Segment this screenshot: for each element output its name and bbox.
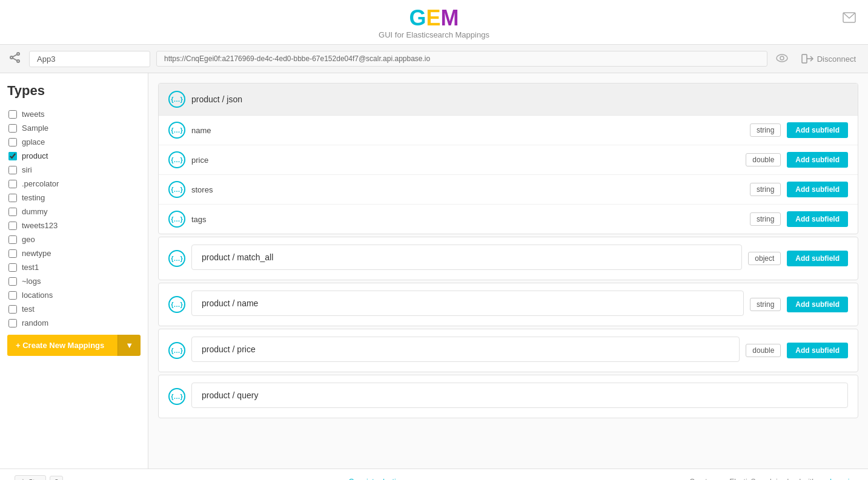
type-label-product: product: [22, 151, 48, 160]
field-row-stores: {…} stores string Add subfield: [159, 175, 858, 205]
type-label-geo: geo: [22, 235, 35, 244]
type-checkbox-random[interactable]: [8, 319, 17, 327]
type-checkbox-tweets123[interactable]: [8, 222, 17, 230]
add-subfield-stores-button[interactable]: Add subfield: [787, 182, 848, 197]
mail-icon[interactable]: [843, 12, 856, 25]
type-badge-match-all: object: [748, 252, 781, 265]
header-subtitle: GUI for Elasticsearch Mappings: [0, 30, 868, 39]
type-checkbox-dummy[interactable]: [8, 208, 17, 216]
type-checkbox-test[interactable]: [8, 305, 17, 314]
type-item-tweets123: tweets123: [7, 219, 141, 232]
mapping-icon-product-query[interactable]: {…}: [168, 388, 185, 405]
add-subfield-name-button[interactable]: Add subfield: [787, 122, 848, 138]
svg-line-4: [13, 58, 17, 61]
type-checkbox-geo[interactable]: [8, 235, 17, 244]
field-icon-name[interactable]: {…}: [168, 122, 185, 139]
disconnect-label: Disconnect: [817, 54, 856, 64]
footer-center: Gem introduction: [349, 478, 404, 481]
mapping-header-product-json: {…} product / json: [159, 84, 858, 115]
type-label-sample: Sample: [22, 123, 48, 133]
field-row-name: {…} name string Add subfield: [159, 116, 858, 145]
footer: ★ Star 8 Gem introduction Create your El…: [0, 468, 868, 480]
field-icon-price[interactable]: {…}: [168, 151, 185, 168]
field-type-name: string: [750, 123, 781, 137]
share-icon[interactable]: [7, 50, 23, 68]
app-header: GEM GUI for Elasticsearch Mappings: [0, 0, 868, 45]
star-icon: ★: [20, 478, 26, 480]
svg-line-5: [13, 54, 17, 57]
type-item-testing: testing: [7, 191, 141, 205]
type-item-test1: test1: [7, 260, 141, 274]
gem-intro-link[interactable]: Gem introduction: [349, 478, 404, 481]
svg-point-6: [777, 54, 787, 62]
star-label: Star: [28, 478, 41, 481]
add-subfield-product-name-button[interactable]: Add subfield: [787, 297, 848, 312]
standalone-title-product-price: product / price: [191, 337, 740, 362]
appbase-link[interactable]: appbase.io: [818, 478, 853, 481]
field-name-stores: stores: [191, 185, 744, 194]
svg-point-7: [780, 56, 784, 60]
eye-icon[interactable]: [774, 50, 790, 68]
mapping-icon-product-name[interactable]: {…}: [168, 296, 185, 313]
type-checkbox-logs[interactable]: [8, 277, 17, 286]
standalone-row-product-price: {…} product / price double Add subfield: [158, 329, 858, 372]
mapping-icon-product-price[interactable]: {…}: [168, 342, 185, 359]
star-button[interactable]: ★ Star: [15, 475, 46, 480]
sidebar-title: Types: [7, 83, 141, 99]
standalone-row-product-name: {…} product / name string Add subfield: [158, 283, 858, 326]
footer-right: Create your ElasticSearch in cloud with …: [689, 478, 853, 481]
type-item-test: test: [7, 302, 141, 316]
type-item-tweets: tweets: [7, 107, 141, 121]
field-name-name: name: [191, 126, 744, 135]
mapping-fields-product-json: {…} name string Add subfield {…} price d…: [159, 115, 858, 234]
connection-url: https://CnqEgei0f:a2176969-de4c-4ed0-bbb…: [156, 51, 767, 67]
standalone-title-product-name: product / name: [191, 291, 744, 316]
type-checkbox-sample[interactable]: [8, 124, 17, 133]
type-item-logs: ~logs: [7, 274, 141, 288]
type-checkbox-siri[interactable]: [8, 166, 17, 174]
type-checkbox-tweets[interactable]: [8, 110, 17, 119]
mapping-icon-match-all[interactable]: {…}: [168, 250, 185, 267]
type-item-siri: siri: [7, 163, 141, 177]
add-subfield-price-button[interactable]: Add subfield: [787, 152, 848, 168]
logo-g: G: [409, 5, 426, 30]
create-btn-dropdown-icon[interactable]: ▼: [118, 335, 141, 356]
type-checkbox-gplace[interactable]: [8, 138, 17, 146]
mapping-title-product-json: product / json: [191, 94, 848, 104]
type-item-locations: locations: [7, 288, 141, 302]
create-new-mappings-button[interactable]: + Create New Mappings ▼: [7, 335, 141, 356]
mapping-icon-product-json[interactable]: {…}: [168, 91, 185, 108]
type-item-random: random: [7, 316, 141, 330]
field-name-price: price: [191, 156, 740, 165]
type-checkbox-test1[interactable]: [8, 263, 17, 272]
standalone-title-product-query: product / query: [191, 383, 848, 408]
standalone-title-match-all: product / match_all: [191, 245, 742, 270]
type-checkbox-product[interactable]: [8, 152, 17, 160]
footer-right-text: Create your ElasticSearch in cloud with: [689, 478, 818, 481]
star-count: 8: [50, 476, 63, 481]
field-icon-tags[interactable]: {…}: [168, 211, 185, 228]
field-icon-stores[interactable]: {…}: [168, 181, 185, 198]
type-badge-product-name: string: [750, 298, 781, 311]
type-label-logs: ~logs: [22, 277, 41, 286]
type-item-sample: Sample: [7, 121, 141, 135]
type-label-siri: siri: [22, 165, 32, 174]
type-label-tweets123: tweets123: [22, 221, 58, 230]
disconnect-button[interactable]: Disconnect: [797, 51, 861, 67]
type-checkbox-locations[interactable]: [8, 291, 17, 300]
app-name-field: App3: [29, 51, 150, 67]
type-label-test1: test1: [22, 263, 39, 272]
add-subfield-match-all-button[interactable]: Add subfield: [787, 251, 848, 266]
mapping-section-product-json: {…} product / json {…} name string Add s…: [158, 83, 858, 234]
type-checkbox-testing[interactable]: [8, 194, 17, 202]
field-type-tags: string: [750, 212, 781, 226]
type-checkbox-newtype[interactable]: [8, 249, 17, 258]
footer-star-section: ★ Star 8: [15, 475, 63, 480]
app-logo: GEM: [0, 7, 868, 29]
svg-rect-8: [802, 54, 807, 63]
add-subfield-product-price-button[interactable]: Add subfield: [787, 343, 848, 358]
type-label-testing: testing: [22, 193, 45, 202]
add-subfield-tags-button[interactable]: Add subfield: [787, 211, 848, 227]
type-checkbox-percolator[interactable]: [8, 180, 17, 188]
field-name-tags: tags: [191, 215, 744, 224]
